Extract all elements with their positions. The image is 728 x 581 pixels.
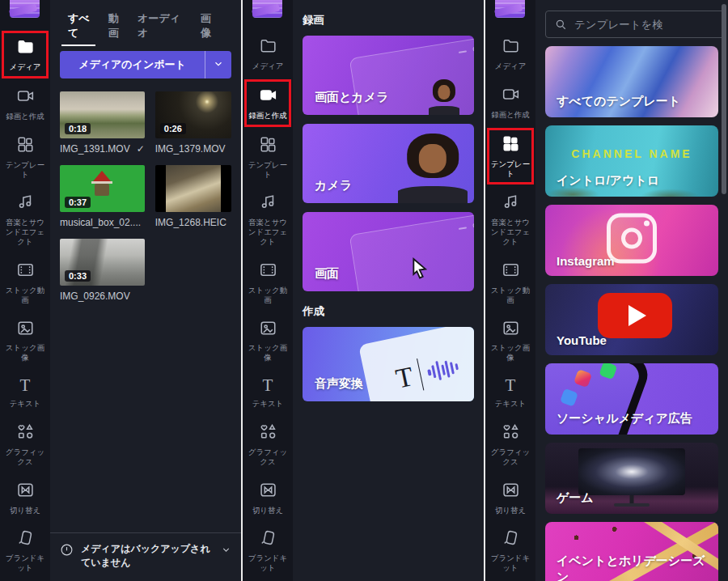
info-icon (60, 543, 74, 557)
brand-kit-icon (16, 528, 35, 549)
sidebar-item-templates[interactable]: テンプレート (487, 128, 534, 185)
sidebar-item-templates[interactable]: テンプレート (244, 129, 291, 185)
tab-image[interactable]: 画像 (201, 11, 212, 40)
tab-video[interactable]: 動画 (108, 11, 120, 40)
tab-all[interactable]: すべて (68, 11, 91, 40)
template-card-gaming[interactable]: ゲーム (545, 443, 718, 514)
sidebar-item-graphics[interactable]: グラフィックス (244, 417, 291, 473)
file-name: IMG_1391.MOV (60, 143, 130, 155)
sidebar-item-stock-image[interactable]: ストック画像 (487, 313, 534, 369)
tab-audio[interactable]: オーディオ (138, 11, 183, 40)
scrollbar-thumb[interactable] (722, 4, 726, 194)
image-icon (16, 319, 35, 340)
template-card-all[interactable]: すべてのテンプレート (545, 46, 718, 117)
sidebar-item-music[interactable]: 音楽とサウンドエフェクト (244, 187, 291, 252)
template-search-row (545, 11, 718, 38)
sidebar-item-label: グラフィックス (488, 447, 533, 467)
import-media-button[interactable]: メディアのインポート (60, 51, 205, 78)
sidebar-item-stock-video[interactable]: ストック動画 (244, 255, 291, 311)
template-card-youtube[interactable]: YouTube (545, 284, 718, 355)
sidebar-item-label: メディア (495, 61, 527, 71)
clipchamp-logo[interactable] (10, 8, 40, 18)
sidebar: メディア 録画と作成 テンプレート 音楽とサウンドエフェクト ストック動画 スト… (243, 0, 293, 581)
section-title-record: 録画 (303, 13, 474, 28)
clipchamp-logo[interactable] (495, 8, 526, 18)
media-tabs: すべて 動画 オーディオ 画像 (68, 11, 231, 40)
template-card-events-holidays[interactable]: イベントとホリデーシーズン (545, 522, 718, 581)
sidebar-item-stock-video[interactable]: ストック動画 (487, 255, 534, 311)
search-input[interactable] (574, 19, 717, 31)
sidebar-item-templates[interactable]: テンプレート (2, 129, 49, 185)
sidebar-item-graphics[interactable]: グラフィックス (2, 417, 49, 473)
sidebar-item-record[interactable]: 録画と作成 (487, 79, 534, 125)
text-to-speech-card[interactable]: T 音声変換 (303, 327, 474, 401)
sidebar-item-label: ストック動画 (488, 286, 533, 305)
sidebar-item-brand-kit[interactable]: ブランドキット (487, 523, 534, 579)
record-create-content: 録画 画面とカメラ カメラ 画面 作成 (293, 0, 484, 581)
folder-icon (16, 37, 35, 58)
media-item[interactable]: 0:26 IMG_1379.MOV (155, 91, 231, 155)
sidebar-item-record[interactable]: 録画と作成 (244, 79, 291, 127)
text-icon: T (20, 376, 31, 395)
duration-badge: 0:18 (65, 123, 91, 134)
sidebar-item-media[interactable]: メディア (244, 31, 291, 77)
media-item[interactable]: 0:18 IMG_1391.MOV✓ (60, 91, 145, 155)
sidebar-item-transitions[interactable]: 切り替え (487, 475, 534, 521)
screen-card[interactable]: 画面 (303, 212, 474, 291)
sidebar-item-brand-kit[interactable]: ブランドキット (2, 523, 49, 579)
monitor-art (578, 448, 685, 495)
sidebar-item-music[interactable]: 音楽とサウンドエフェクト (487, 187, 534, 252)
video-camera-icon (259, 86, 277, 107)
photo-thumbnail (155, 165, 231, 212)
import-options-button[interactable] (205, 51, 231, 78)
sidebar-item-label: ストック動画 (245, 286, 290, 305)
chevron-down-icon[interactable] (221, 544, 231, 554)
image-icon (259, 319, 277, 340)
clipchamp-logo[interactable] (252, 8, 283, 18)
brand-kit-icon (502, 528, 520, 549)
template-icon (502, 134, 520, 155)
image-icon (502, 319, 520, 340)
backup-notice-text: メディアはバックアップされていません (81, 542, 214, 570)
sidebar-item-stock-image[interactable]: ストック画像 (2, 313, 49, 369)
card-label: カメラ (315, 178, 352, 193)
sidebar-item-label: ストック画像 (2, 343, 48, 363)
sidebar-item-label: 音楽とサウンドエフェクト (2, 218, 48, 247)
sidebar-item-text[interactable]: T テキスト (487, 371, 534, 414)
channel-name-overlay: CHANNEL NAME (571, 146, 692, 162)
brand-kit-icon (259, 528, 277, 549)
film-frame-icon (259, 261, 277, 282)
film-frame-icon (16, 261, 35, 282)
screen-and-camera-card[interactable]: 画面とカメラ (303, 36, 474, 115)
camera-card[interactable]: カメラ (303, 124, 474, 203)
media-item[interactable]: 0:37 musical_box_02.... (60, 165, 145, 228)
sidebar-item-media[interactable]: メディア (2, 31, 49, 78)
sidebar-item-text[interactable]: T テキスト (244, 371, 291, 414)
transition-icon (502, 481, 520, 502)
media-item[interactable]: IMG_1268.HEIC (155, 165, 231, 228)
template-card-social-ads[interactable]: ソーシャルメディア広告 (545, 363, 718, 435)
template-card-intro-outro[interactable]: CHANNEL NAME イントロ/アウトロ (545, 125, 718, 197)
panel-media: メディア 録画と作成 テンプレート 音楽とサウンドエフェクト ストック動画 スト… (0, 0, 243, 581)
template-card-instagram[interactable]: Instagram (545, 205, 718, 276)
youtube-play-icon (598, 293, 672, 338)
sidebar-item-media[interactable]: メディア (487, 31, 534, 77)
card-label: YouTube (557, 333, 607, 347)
media-item[interactable]: 0:33 IMG_0926.MOV (60, 239, 145, 302)
sidebar-item-stock-image[interactable]: ストック画像 (244, 313, 291, 369)
music-note-icon (259, 193, 277, 214)
sidebar-item-graphics[interactable]: グラフィックス (487, 417, 534, 473)
video-camera-icon (16, 87, 35, 108)
sidebar-item-transitions[interactable]: 切り替え (2, 475, 49, 521)
sidebar-item-label: ストック画像 (488, 343, 533, 363)
music-box-art (91, 171, 112, 196)
section-title-create: 作成 (303, 304, 474, 319)
video-thumbnail: 0:26 (155, 91, 231, 138)
sidebar-item-text[interactable]: T テキスト (2, 371, 49, 414)
sidebar-item-transitions[interactable]: 切り替え (244, 475, 291, 521)
sidebar-item-brand-kit[interactable]: ブランドキット (244, 523, 291, 579)
waveform-icon (426, 357, 459, 382)
sidebar-item-record[interactable]: 録画と作成 (2, 81, 49, 127)
sidebar-item-stock-video[interactable]: ストック動画 (2, 255, 49, 311)
sidebar-item-music[interactable]: 音楽とサウンドエフェクト (2, 187, 49, 252)
